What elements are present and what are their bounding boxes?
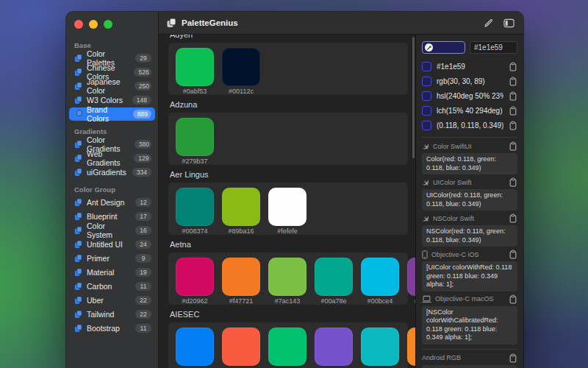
sidebar-item-color-system[interactable]: Color System16 <box>69 224 155 237</box>
palette-swatch[interactable]: #008374 <box>176 188 214 233</box>
color-swatch[interactable] <box>176 328 214 366</box>
snippet-code[interactable]: Color.rgb(30, 30, 89) <box>422 365 517 368</box>
sidebar-item-uber[interactable]: Uber22 <box>69 294 155 307</box>
scrollbar-thumb[interactable] <box>412 37 415 158</box>
sidebar-section-label: Color Group <box>74 185 151 194</box>
color-swatch[interactable] <box>268 328 306 366</box>
palette-swatch[interactable]: #00bce4 <box>361 258 399 302</box>
sidebar-item-web-gradients[interactable]: Web Gradients129 <box>69 152 155 165</box>
folder-copy-icon <box>74 226 82 235</box>
folder-copy-icon <box>74 198 82 207</box>
eyedropper-icon[interactable] <box>425 43 433 52</box>
color-swatch[interactable] <box>361 258 399 296</box>
color-format-row: lch(15% 40 294deg) <box>422 103 517 118</box>
palette-swatch[interactable]: #7552cc <box>315 328 353 368</box>
palette-swatch[interactable]: #d20962 <box>176 258 214 302</box>
folder-copy-icon <box>74 68 82 77</box>
pencil-icon[interactable] <box>484 18 493 28</box>
copy-icon[interactable] <box>509 177 517 187</box>
color-swatch[interactable] <box>268 258 306 296</box>
iphone-icon <box>422 250 428 259</box>
close-button[interactable] <box>74 20 83 29</box>
sidebar-item-japanese-color[interactable]: Japanese Color250 <box>69 79 155 93</box>
palette-swatch[interactable]: #f48924 <box>407 328 415 368</box>
snippet-code[interactable]: [UIColor colorWithRed: 0.118 green: 0.11… <box>422 261 517 291</box>
copy-icon[interactable] <box>509 91 517 101</box>
palette-swatch[interactable]: #037ef3 <box>176 328 214 368</box>
sidebar-item-material[interactable]: Material19 <box>69 266 155 279</box>
sidebar-item-untitled-ui[interactable]: Untitled UI24 <box>69 238 155 251</box>
sidebar-item-label: Blueprint <box>87 212 117 221</box>
color-swatch[interactable] <box>222 328 260 366</box>
sidebar-item-carbon[interactable]: Carbon11 <box>69 280 155 293</box>
color-swatch[interactable] <box>176 48 214 86</box>
palette-swatch[interactable]: #f47721 <box>222 258 260 302</box>
copy-icon[interactable] <box>509 213 517 223</box>
palette-swatch[interactable]: #00a78e <box>315 258 353 302</box>
color-swatch[interactable] <box>268 188 306 226</box>
minimize-button[interactable] <box>89 20 98 29</box>
format-color-chip <box>422 91 431 101</box>
palette-swatch[interactable]: #fefefe <box>268 188 306 233</box>
palette-name: Aer Lingus <box>170 170 408 179</box>
color-swatch[interactable] <box>315 258 353 296</box>
color-swatch[interactable] <box>222 48 260 86</box>
item-count-badge: 11 <box>135 324 151 333</box>
palette-swatch[interactable]: #7d3f98 <box>407 258 415 302</box>
snippet-code[interactable]: UIColor(red: 0.118, green: 0.118, blue: … <box>422 189 517 210</box>
color-swatch[interactable] <box>315 328 353 366</box>
color-swatch[interactable] <box>176 188 214 226</box>
color-swatch[interactable] <box>361 328 399 366</box>
copy-icon[interactable] <box>509 353 517 363</box>
palette-swatch[interactable]: #0abf53 <box>176 48 214 93</box>
palette-name: AIESEC <box>170 310 408 319</box>
item-count-badge: 334 <box>132 168 151 177</box>
item-count-badge: 24 <box>135 240 151 249</box>
snippet-code[interactable]: Color(red: 0.118, green: 0.118, blue: 0.… <box>422 153 517 174</box>
folder-copy-icon <box>74 310 82 319</box>
format-value: (0.118, 0.118, 0.349) <box>437 121 503 130</box>
sidebar-item-tailwind[interactable]: Tailwind22 <box>69 308 155 321</box>
sidebar-item-label: Carbon <box>87 282 112 291</box>
palette-list: Adyen#0abf53#00112cAdzuna#279b37Aer Ling… <box>159 35 415 368</box>
item-count-badge: 17 <box>135 212 151 221</box>
snippet-header: NSColor Swift <box>422 213 517 223</box>
format-color-chip <box>422 121 431 130</box>
palette-swatch[interactable]: #f85a40 <box>222 328 260 368</box>
color-swatch[interactable] <box>407 328 415 366</box>
sidebar-item-label: Material <box>87 268 114 277</box>
color-swatch[interactable] <box>407 258 415 296</box>
palette-swatch[interactable]: #00c16e <box>268 328 306 368</box>
inspector-swatch[interactable] <box>422 41 465 54</box>
hex-input[interactable] <box>470 41 517 54</box>
item-count-badge: 148 <box>132 96 151 105</box>
swift-icon <box>422 215 429 222</box>
sidebar-item-uigradients[interactable]: uiGradients334 <box>69 166 155 179</box>
palette-swatch[interactable]: #279b37 <box>176 118 214 163</box>
copy-icon[interactable] <box>509 250 517 259</box>
sidebar-item-label: W3 Colors <box>87 96 123 105</box>
panel-toggle-icon[interactable] <box>503 18 514 28</box>
copy-icon[interactable] <box>509 121 517 130</box>
sidebar-item-primer[interactable]: Primer9 <box>69 252 155 265</box>
sidebar-item-bootstrap[interactable]: Bootstrap11 <box>69 322 155 335</box>
palette-swatch[interactable]: #00112c <box>222 48 260 93</box>
color-swatch[interactable] <box>176 118 214 156</box>
copy-icon[interactable] <box>509 106 517 116</box>
item-count-badge: 12 <box>135 198 151 207</box>
palette-swatch[interactable]: #0cb9c1 <box>361 328 399 368</box>
zoom-button[interactable] <box>104 20 112 29</box>
color-swatch[interactable] <box>176 258 214 296</box>
copy-icon[interactable] <box>509 141 517 151</box>
sidebar-item-ant-design[interactable]: Ant Design12 <box>69 196 155 209</box>
palette-swatch[interactable]: #7ac143 <box>268 258 306 302</box>
snippet-code[interactable]: NSColor(red: 0.118, green: 0.118, blue: … <box>422 225 517 247</box>
copy-icon[interactable] <box>509 62 517 71</box>
color-swatch[interactable] <box>222 188 260 226</box>
copy-icon[interactable] <box>509 294 517 304</box>
color-swatch[interactable] <box>222 258 260 296</box>
sidebar-item-brand-colors[interactable]: Brand Colors889 <box>69 107 155 121</box>
copy-icon[interactable] <box>509 77 517 86</box>
snippet-code[interactable]: [NSColor colorWithCalibratedRed: 0.118 g… <box>422 306 517 344</box>
palette-swatch[interactable]: #89ba16 <box>222 188 260 233</box>
